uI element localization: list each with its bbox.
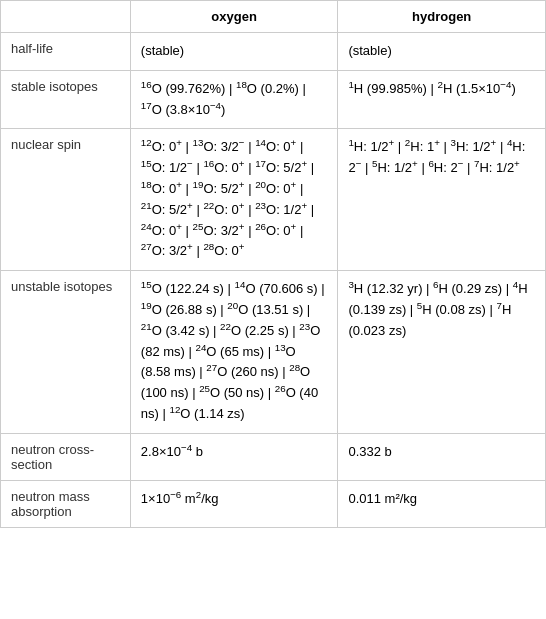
cell-oxygen-neutron-cross: 2.8×10−4 b bbox=[130, 433, 338, 480]
table-row: neutron mass absorption 1×10−6 m2/kg 0.0… bbox=[1, 480, 546, 527]
header-hydrogen: hydrogen bbox=[338, 1, 546, 33]
table-row: neutron cross-section 2.8×10−4 b 0.332 b bbox=[1, 433, 546, 480]
cell-oxygen-unstable-isotopes: 15O (122.24 s) | 14O (70.606 s) | 19O (2… bbox=[130, 271, 338, 434]
row-label-neutron-mass: neutron mass absorption bbox=[1, 480, 131, 527]
cell-hydrogen-halflife: (stable) bbox=[338, 33, 546, 71]
table-row: stable isotopes 16O (99.762%) | 18O (0.2… bbox=[1, 70, 546, 129]
cell-oxygen-stable-isotopes: 16O (99.762%) | 18O (0.2%) | 17O (3.8×10… bbox=[130, 70, 338, 129]
table-row: half-life (stable) (stable) bbox=[1, 33, 546, 71]
row-label-stable-isotopes: stable isotopes bbox=[1, 70, 131, 129]
cell-hydrogen-unstable-isotopes: 3H (12.32 yr) | 6H (0.29 zs) | 4H (0.139… bbox=[338, 271, 546, 434]
row-label-neutron-cross: neutron cross-section bbox=[1, 433, 131, 480]
row-label-halflife: half-life bbox=[1, 33, 131, 71]
cell-oxygen-neutron-mass: 1×10−6 m2/kg bbox=[130, 480, 338, 527]
table-row: nuclear spin 12O: 0+ | 13O: 3/2− | 14O: … bbox=[1, 129, 546, 271]
cell-oxygen-halflife: (stable) bbox=[130, 33, 338, 71]
cell-hydrogen-neutron-mass: 0.011 m²/kg bbox=[338, 480, 546, 527]
cell-oxygen-nuclear-spin: 12O: 0+ | 13O: 3/2− | 14O: 0+ | 15O: 1/2… bbox=[130, 129, 338, 271]
header-oxygen: oxygen bbox=[130, 1, 338, 33]
table-row: unstable isotopes 15O (122.24 s) | 14O (… bbox=[1, 271, 546, 434]
cell-hydrogen-nuclear-spin: 1H: 1/2+ | 2H: 1+ | 3H: 1/2+ | 4H: 2− | … bbox=[338, 129, 546, 271]
cell-hydrogen-stable-isotopes: 1H (99.985%) | 2H (1.5×10−4) bbox=[338, 70, 546, 129]
cell-hydrogen-neutron-cross: 0.332 b bbox=[338, 433, 546, 480]
header-label-col bbox=[1, 1, 131, 33]
row-label-nuclear-spin: nuclear spin bbox=[1, 129, 131, 271]
row-label-unstable-isotopes: unstable isotopes bbox=[1, 271, 131, 434]
